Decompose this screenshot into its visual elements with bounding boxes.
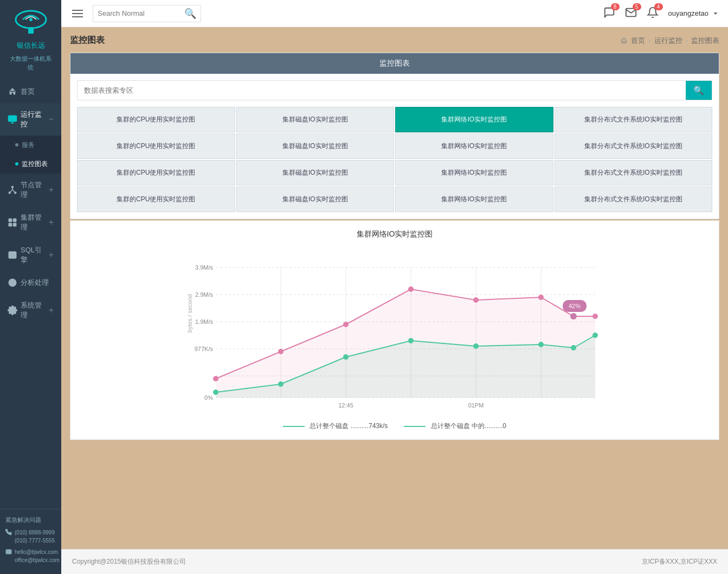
chart-button-1[interactable]: 集群磁盘IO实时监控图 [236,107,395,132]
breadcrumb-home[interactable]: 首页 [631,36,645,46]
sidebar-label-home: 首页 [21,87,54,97]
svg-point-50 [592,333,598,338]
content-area: 监控图表 首页 › 运行监控 › 监控图表 监控图表 [61,27,728,549]
legend-line-1 [283,426,305,427]
sidebar-plus-cluster: + [49,218,54,227]
chart-button-9[interactable]: 集群磁盘IO实时监控图 [236,160,395,186]
svg-point-46 [408,338,414,343]
sidebar-item-system[interactable]: 系统管理 + [0,294,61,327]
sidebar-item-node[interactable]: 节点管理 + [0,174,61,206]
chart-button-7[interactable]: 集群分布式文件系统IO实时监控图 [555,133,713,159]
sidebar-sub-monitor: 服务 监控图表 [0,136,61,174]
system-title: 大数据一体机系统 [5,55,56,76]
top-search-icon[interactable]: 🔍 [184,8,196,20]
panel-title: 监控图表 [379,59,410,67]
chart-svg: 3.9M/s 2.9M/s 1.9M/s 977K/s 0% bytes / s… [79,246,710,414]
svg-text:01PM: 01PM [468,402,484,409]
breadcrumb-current: 监控图表 [691,36,719,46]
panel-search-input[interactable] [78,82,686,99]
sidebar-label-monitor: 运行监控 [21,110,49,129]
svg-point-47 [473,343,479,349]
chart-svg-wrapper: 3.9M/s 2.9M/s 1.9M/s 977K/s 0% bytes / s… [79,246,710,416]
sidebar-item-analysis[interactable]: 分析处理 [0,271,61,294]
breadcrumb-monitor[interactable]: 运行监控 [654,36,682,46]
svg-point-37 [538,295,544,300]
svg-text:0%: 0% [204,394,213,401]
chart-button-15[interactable]: 集群分布式文件系统IO实时监控图 [555,187,713,212]
svg-point-43 [213,390,218,395]
chart-button-5[interactable]: 集群磁盘IO实时监控图 [236,133,395,159]
legend-label-2: 总计整个磁盘 中的..........0 [431,422,506,430]
footer-icp: 京ICP备XXX,京ICP证XXX [642,557,717,566]
chart-button-6[interactable]: 集群网络IO实时监控图 [395,133,553,159]
svg-point-38 [570,313,577,320]
messages-icon-button[interactable]: 8 [603,7,615,21]
top-search-box: 🔍 [93,5,201,22]
chart-button-grid: 集群的CPU使用实时监控图集群磁盘IO实时监控图集群网络IO实时监控图集群分布式… [77,107,712,212]
panel-search-container: 🔍 [77,80,712,100]
username-label: ouyangzetao [668,9,708,17]
chart-button-12[interactable]: 集群的CPU使用实时监控图 [77,187,235,212]
sidebar-item-sql[interactable]: SQL引擎 + [0,239,61,271]
menu-toggle-button[interactable] [70,5,85,22]
sidebar-subitem-charts[interactable]: 监控图表 [0,155,61,174]
emergency-email-row: hello@bjwlcx.com office@bjwlcx.com [5,548,56,564]
svg-point-36 [473,297,479,303]
legend-label-1: 总计整个磁盘 ..........743k/s [310,422,388,430]
svg-point-5 [9,192,10,194]
chart-button-13[interactable]: 集群磁盘IO实时监控图 [236,187,395,212]
svg-rect-3 [9,116,17,122]
email-icon [5,549,12,555]
sidebar-subitem-service[interactable]: 服务 [0,136,61,155]
mail-icon-button[interactable]: 5 [625,7,637,21]
sidebar-plus-system: + [49,305,54,315]
phone2: (010) 7777-5555 [15,537,55,545]
logo-icon [12,9,50,39]
chart-button-2[interactable]: 集群网络IO实时监控图 [395,107,553,132]
phone1: (010) 8888-9999 [15,528,55,537]
messages-badge: 8 [611,3,620,10]
hamburger-line3 [72,16,83,17]
sidebar-minus-monitor: − [49,114,54,124]
panel-search-button[interactable]: 🔍 [686,81,712,100]
sidebar-item-monitor[interactable]: 运行监控 − [0,103,61,136]
sidebar-subitem-charts-label: 监控图表 [22,160,48,169]
chart-button-8[interactable]: 集群的CPU使用实时监控图 [77,160,235,186]
chart-button-10[interactable]: 集群网络IO实时监控图 [395,160,553,186]
page-title: 监控图表 [70,35,105,46]
chart-button-0[interactable]: 集群的CPU使用实时监控图 [77,107,235,132]
notifications-icon-button[interactable]: 4 [647,7,659,21]
sidebar-logo-text: 银信长远 [5,41,56,55]
chart-button-11[interactable]: 集群分布式文件系统IO实时监控图 [555,160,713,186]
svg-rect-8 [14,219,16,221]
footer-copyright: Copyright@2015银信科技股份有限公司 [72,557,186,566]
chart-button-3[interactable]: 集群分布式文件系统IO实时监控图 [555,107,713,132]
svg-text:12:45: 12:45 [338,402,353,409]
svg-text:2.9M/s: 2.9M/s [195,291,214,298]
chart-area: 集群网络IO实时监控图 [70,220,719,440]
svg-point-32 [213,376,218,381]
svg-point-39 [592,314,598,319]
svg-point-33 [278,349,284,354]
svg-rect-9 [9,223,11,226]
top-search-input[interactable] [98,9,184,17]
sidebar-item-cluster[interactable]: 集群管理 + [0,206,61,239]
user-menu[interactable]: ouyangzetao [668,9,719,17]
phone-icon [5,529,12,535]
sidebar-plus-sql: + [49,250,54,260]
dot-service [15,143,18,146]
sidebar-item-home[interactable]: 首页 [0,80,61,103]
svg-point-1 [29,18,33,21]
legend-item-2: 总计整个磁盘 中的..........0 [404,422,506,431]
svg-point-4 [12,186,14,188]
email1: hello@bjwlcx.com [15,548,60,556]
breadcrumb-sep2: › [686,36,688,44]
svg-text:977K/s: 977K/s [195,346,214,352]
chevron-down-icon [712,10,719,17]
panel-header: 监控图表 [70,53,719,74]
page-header: 监控图表 首页 › 运行监控 › 监控图表 [70,35,719,46]
svg-point-45 [343,354,349,360]
chart-button-14[interactable]: 集群网络IO实时监控图 [395,187,553,212]
chart-button-4[interactable]: 集群的CPU使用实时监控图 [77,133,235,159]
svg-rect-2 [28,27,34,34]
